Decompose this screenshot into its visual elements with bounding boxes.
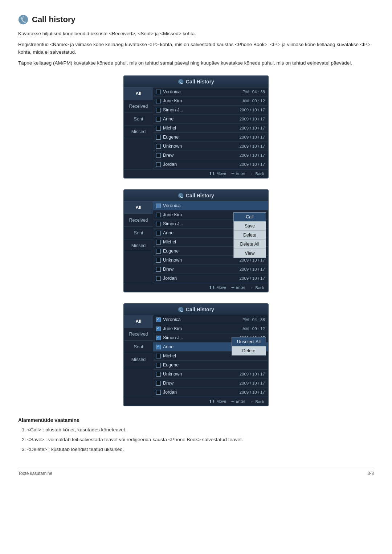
panel-1-title: Call History: [186, 79, 214, 85]
item-time: 2009 / 10 / 17: [240, 390, 265, 394]
list-item[interactable]: Jordan 2009 / 10 / 17: [153, 388, 268, 397]
panel-1-icon: [178, 79, 184, 85]
panel-3-title: Call History: [186, 307, 214, 312]
item-name: Simon J...: [163, 335, 237, 340]
checkbox[interactable]: [156, 336, 161, 340]
panel-3-header: Call History: [124, 304, 268, 315]
checkbox[interactable]: [156, 345, 161, 349]
sidebar-missed-1[interactable]: Missed: [124, 126, 153, 138]
item-time: 2009 / 10 / 17: [240, 267, 265, 271]
sidebar-all-1[interactable]: All: [124, 87, 153, 100]
item-time: 2009 / 10 / 17: [240, 126, 265, 130]
list-item[interactable]: Michel 2009 / 10 / 17: [153, 124, 268, 133]
checkbox[interactable]: [156, 381, 161, 386]
menu-delete[interactable]: Delete: [234, 231, 266, 240]
sidebar-missed-3[interactable]: Missed: [124, 353, 153, 366]
checkbox[interactable]: [156, 117, 161, 122]
list-item[interactable]: Drew 2009 / 10 / 17: [153, 151, 268, 160]
sidebar-received-3[interactable]: Received: [124, 328, 153, 341]
list-item[interactable]: Anne 2009 / 10 / 17: [153, 115, 268, 124]
item-time: 2009 / 10 / 17: [240, 276, 265, 280]
panel-3-footer: ⬆⬇ Move ↩ Enter ← Back: [124, 397, 268, 406]
checkbox[interactable]: [156, 135, 161, 140]
list-item[interactable]: Eugene 2009 / 10 / 17: [153, 133, 268, 142]
item-name: Michel: [163, 126, 237, 131]
item-name: Unknown: [163, 372, 237, 377]
checkbox[interactable]: [156, 276, 161, 281]
panel-3-list: Veronica PM 04 : 38 June Kim AM 09 : 12 …: [153, 315, 268, 397]
item-name: Drew: [163, 153, 237, 158]
checkbox[interactable]: [156, 90, 161, 94]
checkbox[interactable]: [156, 222, 161, 226]
list-item[interactable]: Simon J... 2009 / 10 / 17: [153, 106, 268, 115]
checkbox[interactable]: [156, 99, 161, 103]
phone-icon: [18, 15, 28, 25]
footer-left: Toote kasutamine: [18, 471, 52, 476]
panel-3-body: All Received Sent Missed Veronica PM 04 …: [124, 315, 268, 397]
list-item[interactable]: Veronica PM 04 : 38: [153, 87, 268, 97]
context-menu-2: Unselect All Delete: [232, 337, 266, 356]
item-name: June Kim: [163, 326, 240, 331]
menu-delete-2[interactable]: Delete: [232, 346, 266, 355]
item-time: 2009 / 10 / 17: [240, 381, 265, 385]
sidebar-sent-3[interactable]: Sent: [124, 341, 153, 353]
item-name: June Kim: [163, 98, 240, 103]
sidebar-all-3[interactable]: All: [124, 315, 153, 328]
menu-call[interactable]: Call: [234, 213, 266, 222]
checkbox[interactable]: [156, 317, 161, 322]
list-item[interactable]: Veronica: [153, 201, 268, 210]
list-item[interactable]: Unknown 2009 / 10 / 17: [153, 142, 268, 151]
list-item[interactable]: Unknown 2009 / 10 / 17: [153, 370, 268, 379]
checkbox[interactable]: [156, 126, 161, 131]
list-item[interactable]: Veronica PM 04 : 38: [153, 315, 268, 324]
menu-delete-all[interactable]: Delete All: [234, 240, 266, 249]
sidebar-sent-2[interactable]: Sent: [124, 227, 153, 239]
item-time: PM 04 : 38: [242, 317, 265, 322]
checkbox[interactable]: [156, 213, 161, 217]
panel-3-icon: [178, 307, 184, 312]
item-name: Jordan: [163, 276, 237, 281]
list-item[interactable]: Eugene: [153, 361, 268, 370]
sidebar-all-2[interactable]: All: [124, 201, 153, 214]
menu-save[interactable]: Save: [234, 222, 266, 231]
sidebar-missed-2[interactable]: Missed: [124, 239, 153, 252]
list-item[interactable]: June Kim AM 09 : 12: [153, 324, 268, 333]
item-time: AM 09 : 12: [242, 327, 265, 331]
menu-view[interactable]: View: [234, 249, 266, 258]
checkbox[interactable]: [156, 108, 161, 112]
list-item[interactable]: Jordan 2009 / 10 / 17: [153, 274, 268, 283]
checkbox[interactable]: [156, 240, 161, 245]
checkbox[interactable]: [156, 372, 161, 377]
checkbox[interactable]: [156, 267, 161, 272]
panel-2: Call History All Received Sent Missed Ve…: [123, 189, 269, 292]
checkbox[interactable]: [156, 144, 161, 149]
list-item[interactable]: Jordan 2009 / 10 / 17: [153, 160, 268, 169]
list-item[interactable]: Drew 2009 / 10 / 17: [153, 379, 268, 388]
item-name: Eugene: [163, 135, 237, 140]
panel-2-footer: ⬆⬇ Move ↩ Enter ← Back: [124, 283, 268, 292]
sidebar-received-1[interactable]: Received: [124, 100, 153, 113]
sidebar-sent-1[interactable]: Sent: [124, 113, 153, 126]
checkbox[interactable]: [156, 327, 161, 331]
panel-1-header: Call History: [124, 76, 268, 87]
checkbox[interactable]: [156, 390, 161, 395]
sidebar-received-2[interactable]: Received: [124, 214, 153, 227]
checkbox[interactable]: [156, 249, 161, 254]
checkbox[interactable]: [156, 204, 161, 208]
footer-enter: ↩ Enter: [231, 285, 245, 290]
footer-move: ⬆⬇ Move: [209, 171, 226, 176]
checkbox[interactable]: [156, 153, 161, 158]
panel-2-sidebar: All Received Sent Missed: [124, 201, 153, 283]
checkbox[interactable]: [156, 258, 161, 263]
item-name: Jordan: [163, 390, 237, 395]
list-item[interactable]: June Kim AM 09 : 12: [153, 97, 268, 106]
panel-2-icon: [178, 193, 184, 198]
item-time: 2009 / 10 / 17: [240, 258, 265, 262]
checkbox[interactable]: [156, 231, 161, 235]
panel-1-body: All Received Sent Missed Veronica PM 04 …: [124, 87, 268, 169]
menu-unselect-all[interactable]: Unselect All: [232, 337, 266, 346]
list-item[interactable]: Drew 2009 / 10 / 17: [153, 265, 268, 274]
checkbox[interactable]: [156, 354, 161, 358]
checkbox[interactable]: [156, 162, 161, 167]
checkbox[interactable]: [156, 363, 161, 368]
